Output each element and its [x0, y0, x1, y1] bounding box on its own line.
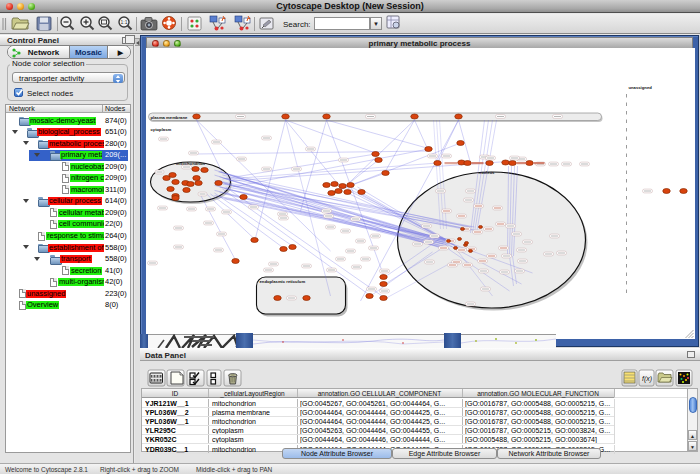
svg-text:1:1: 1:1	[121, 19, 128, 25]
svg-text:f(x): f(x)	[642, 375, 652, 383]
